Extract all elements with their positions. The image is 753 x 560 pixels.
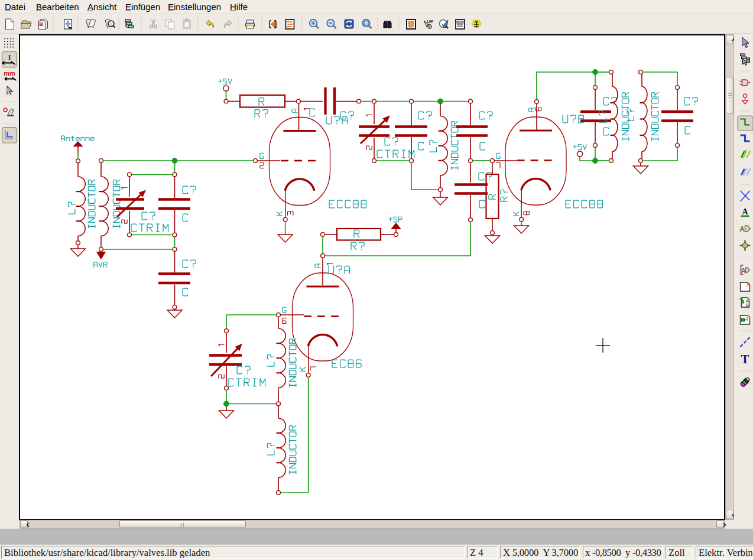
svg-text:A: A	[742, 207, 748, 216]
svg-text:T: T	[741, 352, 749, 366]
svg-text:I: I	[8, 53, 11, 61]
svg-text:A: A	[741, 267, 746, 275]
svg-text:UP: UP	[427, 19, 434, 24]
svg-text:B: B	[746, 302, 749, 308]
svg-text:mm: mm	[4, 70, 15, 77]
svg-text:A: A	[739, 225, 745, 233]
